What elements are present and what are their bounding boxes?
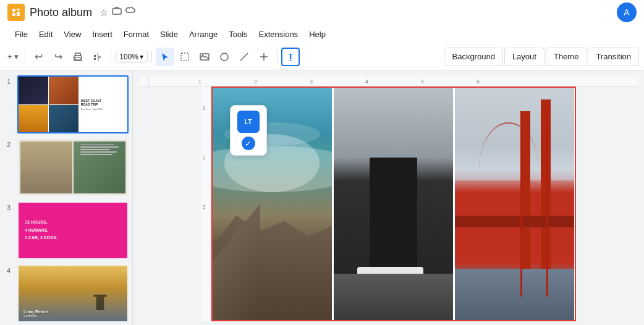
svg-rect-8 bbox=[181, 53, 189, 61]
svg-point-11 bbox=[221, 53, 228, 61]
title-bar: Photo album ☆ A bbox=[0, 0, 644, 25]
svg-rect-5 bbox=[112, 9, 121, 14]
ruler-tick-2: 2 bbox=[254, 78, 257, 85]
user-avatar[interactable]: A bbox=[617, 2, 637, 22]
canvas-body: 1 2 3 bbox=[201, 87, 576, 321]
select-tool[interactable] bbox=[176, 48, 194, 66]
image-tool[interactable] bbox=[195, 48, 214, 66]
drive-icon[interactable] bbox=[112, 6, 122, 19]
slide-thumb-1[interactable]: WEST COASTROAD TRIP New Dano • Sept 2023 bbox=[17, 75, 129, 133]
redo-button[interactable]: ↪ bbox=[49, 48, 67, 66]
transition-button[interactable]: Transition bbox=[588, 48, 639, 66]
slide-thumb-4[interactable]: Long Beach California bbox=[17, 264, 129, 323]
menu-insert[interactable]: Insert bbox=[87, 27, 117, 41]
menu-arrange[interactable]: Arrange bbox=[184, 27, 222, 41]
theme-button[interactable]: Theme bbox=[546, 48, 587, 66]
add-button[interactable]: + ▾ bbox=[5, 48, 21, 66]
svg-rect-0 bbox=[11, 7, 22, 18]
print-button[interactable] bbox=[69, 48, 87, 66]
sep1 bbox=[25, 51, 25, 63]
paint-format-button[interactable] bbox=[88, 48, 107, 66]
menu-edit[interactable]: Edit bbox=[34, 27, 57, 41]
cloud-icon[interactable] bbox=[125, 6, 135, 19]
vertical-ruler: 1 2 3 bbox=[201, 87, 211, 321]
app-icon bbox=[7, 4, 25, 21]
menu-bar: File Edit View Insert Format Slide Arran… bbox=[0, 25, 644, 43]
slide-item-3[interactable]: 3 72 HOURS.4 HUMANS.1 CAR, 3 DOGS. bbox=[4, 201, 129, 260]
menu-format[interactable]: Format bbox=[119, 27, 154, 41]
zoom-control[interactable]: 100% ▾ bbox=[115, 51, 148, 63]
canvas-area: 1 2 3 4 5 6 1 2 3 bbox=[133, 70, 644, 325]
slide-number-1: 1 bbox=[4, 75, 14, 85]
slide-item-4[interactable]: 4 Long Beach California bbox=[4, 264, 129, 323]
menu-slide[interactable]: Slide bbox=[155, 27, 183, 41]
ruler-tick-3: 3 bbox=[310, 78, 313, 85]
toolbar: + ▾ ↩ ↪ 100% ▾ T̲ Background Layout Them… bbox=[0, 43, 644, 70]
layout-button[interactable]: Layout bbox=[504, 48, 544, 66]
bridge-photo bbox=[455, 88, 574, 320]
horizontal-ruler: 1 2 3 4 5 6 bbox=[149, 77, 638, 87]
svg-rect-3 bbox=[12, 13, 15, 16]
sep3 bbox=[151, 51, 152, 63]
slide-number-4: 4 bbox=[4, 264, 14, 274]
slide-item-1[interactable]: 1 WEST COASTROAD TRIP bbox=[4, 75, 129, 133]
canvas-scroll-area: LT ✓ bbox=[211, 87, 576, 321]
sep2 bbox=[111, 51, 111, 63]
ruler-tick-4: 4 bbox=[365, 78, 368, 85]
v-ruler-tick-3: 3 bbox=[203, 204, 206, 210]
slide-panel: 1 WEST COASTROAD TRIP bbox=[0, 70, 133, 325]
v-ruler-tick-1: 1 bbox=[203, 105, 206, 111]
sep4 bbox=[277, 51, 278, 63]
star-icon[interactable]: ☆ bbox=[100, 7, 108, 19]
zoom-value: 100% bbox=[119, 53, 138, 61]
menu-view[interactable]: View bbox=[59, 27, 86, 41]
ruler-tick-1: 1 bbox=[198, 78, 201, 85]
svg-rect-7 bbox=[75, 57, 80, 60]
svg-rect-4 bbox=[17, 12, 20, 16]
doc-title[interactable]: Photo album bbox=[30, 6, 92, 19]
slide-number-3: 3 bbox=[4, 201, 14, 211]
insert-tool[interactable] bbox=[255, 48, 273, 66]
text-align-tool[interactable]: T̲ bbox=[281, 48, 300, 66]
ruler-corner bbox=[139, 77, 149, 87]
slide-thumb-2[interactable] bbox=[17, 138, 129, 196]
menu-file[interactable]: File bbox=[10, 27, 33, 41]
slide-thumb-3[interactable]: 72 HOURS.4 HUMANS.1 CAR, 3 DOGS. bbox=[17, 201, 129, 260]
menu-extensions[interactable]: Extensions bbox=[254, 27, 303, 41]
undo-button[interactable]: ↩ bbox=[29, 48, 48, 66]
lt-badge-text: LT bbox=[244, 118, 252, 125]
lt-badge: LT bbox=[237, 111, 260, 133]
slide-number-2: 2 bbox=[4, 138, 14, 148]
lt-popup[interactable]: LT ✓ bbox=[230, 105, 267, 156]
ruler-tick-6: 6 bbox=[477, 78, 480, 85]
slide-item-2[interactable]: 2 bbox=[4, 138, 129, 196]
zoom-chevron: ▾ bbox=[140, 53, 143, 61]
background-button[interactable]: Background bbox=[444, 48, 502, 66]
ruler-tick-5: 5 bbox=[421, 78, 424, 85]
lt-check: ✓ bbox=[242, 137, 255, 150]
cursor-tool[interactable] bbox=[156, 48, 174, 66]
menu-help[interactable]: Help bbox=[304, 27, 331, 41]
menu-tools[interactable]: Tools bbox=[224, 27, 252, 41]
line-tool[interactable] bbox=[235, 48, 253, 66]
svg-rect-1 bbox=[12, 9, 15, 12]
svg-line-12 bbox=[240, 53, 248, 61]
shape-tool[interactable] bbox=[215, 48, 234, 66]
svg-rect-2 bbox=[17, 9, 20, 11]
person-photo bbox=[334, 88, 453, 320]
main-layout: 1 WEST COASTROAD TRIP bbox=[0, 70, 644, 325]
horizontal-ruler-row: 1 2 3 4 5 6 bbox=[139, 77, 638, 87]
v-ruler-tick-2: 2 bbox=[203, 154, 206, 161]
